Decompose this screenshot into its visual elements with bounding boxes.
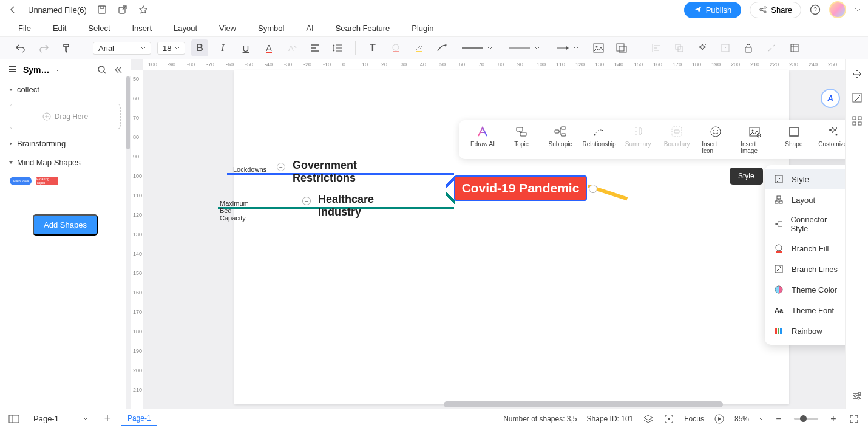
- menu-select[interactable]: Select: [88, 24, 110, 33]
- focus-target-icon[interactable]: [663, 413, 674, 424]
- ft-edraw-ai[interactable]: Edraw AI: [469, 125, 497, 154]
- sidebar-section-brainstorming[interactable]: Brainstorming: [0, 134, 131, 153]
- image-button[interactable]: [590, 39, 607, 56]
- lock-button[interactable]: [740, 39, 757, 56]
- sidebar-section-mindmap[interactable]: Mind Map Shapes: [0, 153, 131, 172]
- menu-file[interactable]: File: [18, 24, 31, 33]
- align-button[interactable]: [307, 39, 324, 56]
- sidebar-scrollbar[interactable]: [126, 76, 131, 409]
- svg-rect-14: [594, 44, 603, 52]
- collapse-handle[interactable]: −: [302, 197, 311, 205]
- line-spacing-button[interactable]: [330, 39, 347, 56]
- help-icon[interactable]: ?: [810, 4, 821, 15]
- align-objects-button[interactable]: [648, 39, 665, 56]
- share-button[interactable]: Share: [750, 2, 801, 18]
- zoom-value[interactable]: 85%: [734, 415, 749, 423]
- avatar[interactable]: [829, 1, 846, 18]
- collapse-handle[interactable]: −: [277, 163, 285, 171]
- zoom-out-icon[interactable]: −: [773, 413, 784, 424]
- subtopic-lockdowns[interactable]: Lockdowns: [233, 166, 266, 173]
- page-tab[interactable]: Page-1: [121, 412, 157, 426]
- sidebar-section-collect[interactable]: collect: [0, 80, 131, 99]
- fill-panel-icon[interactable]: [852, 69, 863, 80]
- line-style-dropdown[interactable]: [456, 44, 498, 52]
- ai-assistant-bubble[interactable]: A: [821, 89, 840, 108]
- menu-view[interactable]: View: [219, 24, 236, 33]
- menu-ai[interactable]: AI: [306, 24, 313, 33]
- format-painter-button[interactable]: [58, 39, 75, 56]
- horizontal-scrollbar[interactable]: [234, 400, 844, 409]
- back-icon[interactable]: [7, 4, 18, 15]
- shape-main-idea[interactable]: Main Idea: [10, 177, 32, 185]
- star-icon[interactable]: [138, 4, 149, 15]
- layers-icon[interactable]: [643, 413, 654, 424]
- ai-enhance-button[interactable]: [694, 39, 711, 56]
- arrow-style-dropdown[interactable]: [551, 43, 584, 53]
- publish-button[interactable]: Publish: [684, 2, 742, 18]
- fill-color-button[interactable]: [387, 39, 404, 56]
- svg-rect-54: [853, 93, 861, 102]
- chevron-down-icon[interactable]: [855, 4, 861, 15]
- settings-panel-icon[interactable]: [852, 390, 863, 401]
- collapse-handle[interactable]: −: [589, 185, 597, 193]
- topic-healthcare[interactable]: Healthcare Industry: [318, 193, 374, 219]
- container-button[interactable]: [613, 39, 630, 56]
- search-icon[interactable]: [97, 64, 107, 75]
- page-list-icon[interactable]: [8, 413, 19, 424]
- zoom-in-icon[interactable]: +: [828, 413, 839, 424]
- page-dropdown[interactable]: Page-1: [28, 412, 93, 425]
- chevron-down-icon[interactable]: [55, 69, 60, 72]
- font-family-dropdown[interactable]: Arial: [93, 42, 151, 55]
- ft-insert-icon[interactable]: Insert Icon: [702, 125, 730, 154]
- group-button[interactable]: [671, 39, 688, 56]
- highlight-button[interactable]: [410, 39, 427, 56]
- menu-insert[interactable]: Insert: [132, 24, 152, 33]
- apps-panel-icon[interactable]: [852, 115, 863, 126]
- ft-summary: Summary: [624, 125, 652, 154]
- add-shapes-button[interactable]: Add Shapes: [33, 214, 98, 236]
- undo-button[interactable]: [12, 39, 29, 56]
- zoom-dropdown-icon[interactable]: [759, 417, 764, 420]
- add-page-icon[interactable]: +: [102, 413, 113, 424]
- ft-topic[interactable]: Topic: [507, 125, 535, 154]
- presentation-icon[interactable]: [714, 413, 725, 424]
- menu-search-feature[interactable]: Search Feature: [336, 24, 390, 33]
- ft-shape[interactable]: Shape: [780, 125, 808, 154]
- text-tool-button[interactable]: T: [364, 39, 381, 56]
- font-color-button[interactable]: A: [260, 39, 277, 56]
- zoom-slider[interactable]: [794, 418, 818, 420]
- connector-button[interactable]: [433, 39, 450, 56]
- menu-edit[interactable]: Edit: [53, 24, 66, 33]
- focus-label[interactable]: Focus: [684, 415, 704, 423]
- menu-plugin[interactable]: Plugin: [412, 24, 433, 33]
- properties-panel-icon[interactable]: [852, 92, 863, 103]
- fullscreen-icon[interactable]: [849, 413, 860, 424]
- ft-customize[interactable]: Customize: [819, 125, 847, 154]
- clear-format-button[interactable]: A: [283, 39, 300, 56]
- bold-button[interactable]: B: [191, 39, 208, 56]
- subtopic-bed-capacity[interactable]: Maximum Bed Capacity: [220, 200, 249, 222]
- shape-id: Shape ID: 101: [587, 415, 634, 423]
- library-icon[interactable]: [7, 64, 18, 75]
- collapse-sidebar-icon[interactable]: [112, 64, 123, 75]
- table-button[interactable]: [786, 39, 803, 56]
- save-icon[interactable]: [97, 4, 107, 15]
- ft-relationship[interactable]: Relationship: [585, 125, 613, 154]
- redo-button[interactable]: [35, 39, 52, 56]
- tools-button[interactable]: [763, 39, 780, 56]
- open-external-icon[interactable]: [117, 4, 128, 15]
- shape-floating-topic[interactable]: Floating Topic: [36, 177, 58, 185]
- topic-government[interactable]: Government Restrictions: [293, 159, 357, 185]
- ft-insert-image[interactable]: Insert Image: [741, 125, 769, 154]
- underline-button[interactable]: U: [237, 39, 254, 56]
- central-topic[interactable]: Covid-19 Pandemic: [454, 175, 587, 201]
- font-size-dropdown[interactable]: 18: [157, 42, 185, 55]
- drag-target[interactable]: Drag Here: [10, 104, 121, 129]
- svg-point-38: [752, 130, 754, 132]
- menu-layout[interactable]: Layout: [174, 24, 197, 33]
- edit-button[interactable]: [717, 39, 734, 56]
- line-weight-dropdown[interactable]: [504, 44, 545, 52]
- ft-subtopic[interactable]: Subtopic: [546, 125, 574, 154]
- italic-button[interactable]: I: [214, 39, 231, 56]
- menu-symbol[interactable]: Symbol: [258, 24, 284, 33]
